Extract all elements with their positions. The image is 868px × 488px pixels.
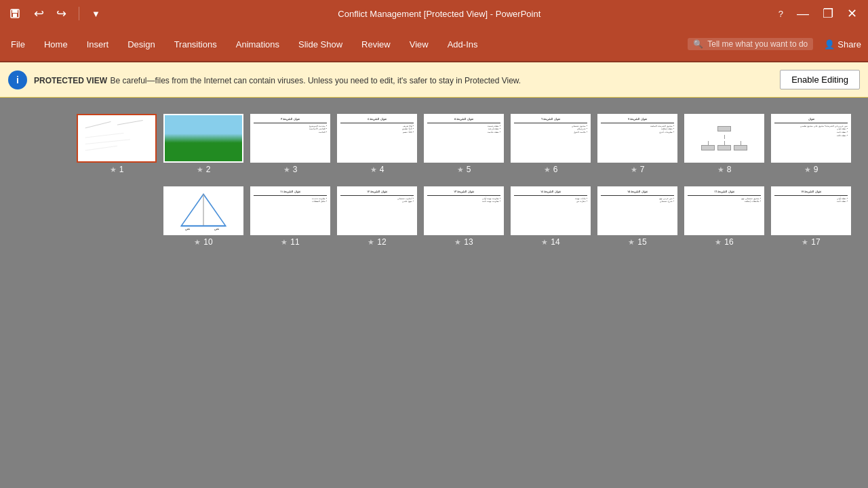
share-button[interactable]: 👤 Share	[818, 39, 867, 49]
slide-footer-15: ★ 15	[628, 237, 646, 247]
svg-rect-2	[13, 14, 17, 17]
slide-footer-10: ★ 10	[194, 237, 212, 247]
slide-item-13: عنوان الشريحة ١٣ • معلومة مهمة أولى • مع…	[420, 184, 507, 249]
undo-redo-group: ↩ ↪	[28, 6, 72, 21]
slide-thumb-7[interactable]: عنوان الشريحة ٧ • محتوى الشريحة السابعة …	[597, 114, 677, 163]
slide-item-9: عنوان نص عربي في الشريحة ٩ يحتوي على محت…	[768, 111, 854, 177]
minimize-button[interactable]: —	[791, 6, 814, 21]
star-icon: ★	[370, 165, 377, 174]
tab-insert[interactable]: Insert	[77, 27, 119, 61]
slide-footer-17: ★ 17	[802, 237, 820, 247]
slide-number-14: 14	[551, 237, 559, 247]
tab-design[interactable]: Design	[118, 27, 164, 61]
help-icon[interactable]: ?	[773, 8, 789, 20]
slide-footer-6: ★ 6	[544, 165, 558, 174]
slide-number-16: 16	[724, 237, 733, 247]
search-box[interactable]: 🔍 Tell me what you want to do	[688, 38, 813, 50]
slide-thumb-16[interactable]: عنوان الشريحة ١٦ • محتوى تفصيلي مهم • مل…	[684, 186, 764, 235]
slide-number-6: 6	[553, 165, 558, 174]
protected-view-title: PROTECTED VIEW	[34, 76, 107, 85]
slide-thumb-6[interactable]: عنوان الشريحة ٦ • محتوى تفصيلي • شرح واف…	[511, 114, 591, 163]
slide-thumb-8[interactable]	[684, 114, 764, 163]
slide-item-3: عنوان الشريحة ٣ • مقدمة الموضوع • العناص…	[247, 111, 334, 177]
window-title: Conflict Management [Protected View] - P…	[106, 9, 773, 19]
tab-animations[interactable]: Animations	[226, 27, 289, 61]
star-icon: ★	[541, 238, 548, 247]
slide-footer-5: ★ 5	[457, 165, 471, 174]
slide-number-3: 3	[293, 165, 298, 174]
slide-footer-14: ★ 14	[541, 237, 559, 247]
save-button[interactable]	[5, 4, 24, 23]
slide-thumb-14[interactable]: عنوان الشريحة ١٤ • بيانات مهمة • مقارنة …	[511, 186, 591, 235]
slide-thumb-9[interactable]: عنوان نص عربي في الشريحة ٩ يحتوي على محت…	[771, 114, 851, 163]
slide-number-8: 8	[727, 165, 732, 174]
slide-number-15: 15	[637, 237, 646, 247]
slide-thumb-11[interactable]: عنوان الشريحة ١١ • معلومة جديدة • تحليل …	[250, 186, 330, 235]
slide-number-2: 2	[206, 165, 211, 174]
tab-review[interactable]: Review	[352, 27, 400, 61]
svg-text:نص: نص	[214, 226, 219, 231]
slide-footer-8: ★ 8	[717, 165, 732, 174]
slide-number-11: 11	[290, 237, 299, 247]
tab-addins[interactable]: Add-Ins	[438, 27, 488, 61]
title-bar-controls: ? — ❐ ✕	[773, 6, 863, 21]
tab-file[interactable]: File	[1, 27, 35, 61]
tab-view[interactable]: View	[400, 27, 438, 61]
title-bar-left: ↩ ↪ ▼	[5, 4, 106, 23]
slide-thumb-17[interactable]: عنوان الشريحة ١٧ • نقطة أولى • نقطة ثاني…	[771, 186, 851, 235]
tab-slideshow[interactable]: Slide Show	[289, 27, 352, 61]
slide-number-1: 1	[119, 165, 124, 174]
slide-item-16: عنوان الشريحة ١٦ • محتوى تفصيلي مهم • مل…	[681, 184, 768, 249]
slide-thumb-5[interactable]: عنوان الشريحة ٥ • نقطة رئيسية • نقطة فرع…	[424, 114, 504, 163]
slide-number-4: 4	[380, 165, 384, 174]
star-icon: ★	[194, 238, 201, 247]
slide-footer-13: ★ 13	[454, 237, 473, 247]
slide-item-14: عنوان الشريحة ١٤ • بيانات مهمة • مقارنة …	[507, 184, 594, 249]
slide-item-7: عنوان الشريحة ٧ • محتوى الشريحة السابعة …	[594, 111, 681, 177]
redo-button[interactable]: ↪	[51, 6, 72, 21]
slide-number-5: 5	[467, 165, 471, 174]
tab-transitions[interactable]: Transitions	[165, 27, 226, 61]
slide-item-5: عنوان الشريحة ٥ • نقطة رئيسية • نقطة فرع…	[420, 111, 507, 177]
enable-editing-button[interactable]: Enable Editing	[780, 70, 860, 89]
slide-footer-3: ★ 3	[283, 165, 298, 174]
star-icon: ★	[454, 238, 461, 247]
ribbon: File Home Insert Design Transitions Anim…	[0, 27, 868, 62]
slide-thumb-13[interactable]: عنوان الشريحة ١٣ • معلومة مهمة أولى • مع…	[424, 186, 504, 235]
slide-number-13: 13	[464, 237, 473, 247]
slide-number-9: 9	[814, 165, 818, 174]
close-button[interactable]: ✕	[842, 6, 863, 21]
slide-footer-16: ★ 16	[715, 237, 733, 247]
slide-footer-12: ★ 12	[368, 237, 386, 247]
slide-item-4: عنوان الشريحة ٤ • أولاً: تعريف • ثانياً:…	[334, 111, 420, 177]
slide-thumb-12[interactable]: عنوان الشريحة ١٢ • أسلوب تفصيلي • منهج ع…	[337, 186, 417, 235]
star-icon: ★	[197, 165, 203, 174]
slide-footer-2: ★ 2	[197, 165, 211, 174]
star-icon: ★	[457, 165, 464, 174]
slide-thumb-2[interactable]	[163, 114, 243, 163]
customize-button[interactable]: ▼	[86, 8, 106, 20]
svg-rect-1	[12, 9, 18, 13]
slide-item-11: عنوان الشريحة ١١ • معلومة جديدة • تحليل …	[247, 184, 334, 249]
star-icon: ★	[368, 238, 374, 247]
star-icon: ★	[283, 165, 290, 174]
slide-item-15: عنوان الشريحة ١٥ • نص عربي مهم • شرح تفص…	[594, 184, 681, 249]
protected-text-block: PROTECTED VIEW Be careful—files from the…	[34, 74, 773, 86]
slide-thumb-3[interactable]: عنوان الشريحة ٣ • مقدمة الموضوع • العناص…	[250, 114, 330, 163]
slide-footer-9: ★ 9	[804, 165, 818, 174]
slide-row-2: عنوان الشريحة ١٧ • نقطة أولى • نقطة ثاني…	[14, 184, 854, 249]
slide-thumb-10[interactable]: نص نص	[163, 186, 243, 235]
slide-footer-4: ★ 4	[370, 165, 384, 174]
star-icon: ★	[544, 165, 551, 174]
slide-thumb-15[interactable]: عنوان الشريحة ١٥ • نص عربي مهم • شرح تفص…	[597, 186, 677, 235]
protected-view-message: Be careful—files from the Internet can c…	[110, 76, 521, 85]
tab-home[interactable]: Home	[35, 27, 77, 61]
search-icon: 🔍	[693, 39, 703, 49]
slide-thumb-4[interactable]: عنوان الشريحة ٤ • أولاً: تعريف • ثانياً:…	[337, 114, 417, 163]
undo-button[interactable]: ↩	[28, 6, 50, 21]
slide-item-8: ★ 8	[681, 111, 768, 177]
restore-button[interactable]: ❐	[817, 6, 839, 21]
star-icon: ★	[717, 165, 724, 174]
slide-thumb-1[interactable]	[77, 114, 157, 163]
slide-number-12: 12	[377, 237, 386, 247]
